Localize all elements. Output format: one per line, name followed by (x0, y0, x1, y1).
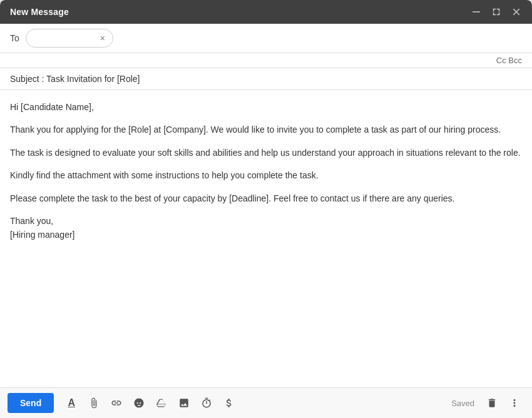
subject-input[interactable] (10, 74, 522, 84)
trash-icon[interactable] (482, 393, 502, 413)
compose-toolbar: Send A Saved (0, 387, 532, 418)
subject-row (0, 68, 532, 90)
compose-title: New Message (10, 7, 69, 17)
cc-bcc-row: Cc Bcc (0, 53, 532, 68)
to-label: To (10, 33, 19, 43)
to-row: To × (0, 24, 532, 53)
emoji-icon[interactable] (129, 393, 149, 413)
cc-bcc-button[interactable]: Cc Bcc (496, 56, 522, 65)
drive-icon[interactable] (151, 393, 171, 413)
to-clear-button[interactable]: × (100, 33, 105, 43)
compose-window: New Message To × Cc Bcc Hi [Candidate Na… (0, 0, 532, 418)
send-button[interactable]: Send (8, 393, 54, 413)
compose-body[interactable]: Hi [Candidate Name],Thank you for applyi… (0, 90, 532, 387)
body-text[interactable]: Hi [Candidate Name],Thank you for applyi… (10, 100, 522, 382)
to-input[interactable] (34, 33, 96, 43)
compose-header: New Message (0, 0, 532, 24)
photo-icon[interactable] (174, 393, 194, 413)
header-actions (471, 6, 522, 18)
timer-icon[interactable] (197, 393, 217, 413)
maximize-button[interactable] (491, 6, 502, 18)
svg-rect-0 (473, 11, 480, 13)
to-input-wrapper[interactable]: × (26, 29, 113, 48)
dollar-icon[interactable] (219, 393, 239, 413)
formatting-icon[interactable]: A (61, 393, 81, 413)
attach-icon[interactable] (84, 393, 104, 413)
saved-label: Saved (451, 399, 474, 408)
close-button[interactable] (511, 6, 522, 18)
minimize-button[interactable] (471, 6, 482, 18)
more-options-icon[interactable] (504, 393, 524, 413)
link-icon[interactable] (106, 393, 126, 413)
